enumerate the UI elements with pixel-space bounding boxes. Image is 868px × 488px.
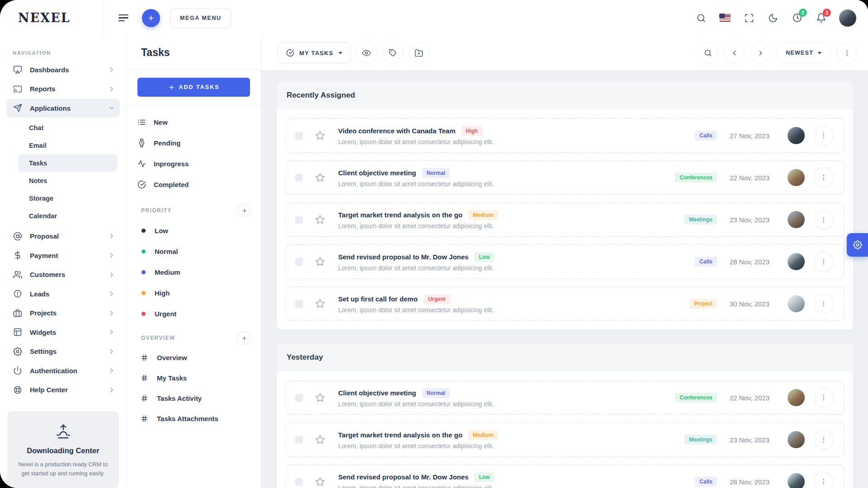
sidebar-item-help-center[interactable]: Help Center: [6, 381, 120, 399]
downloading-center-card[interactable]: Downloading Center Nexel is a production…: [7, 411, 119, 488]
category-badge[interactable]: Meetings: [684, 215, 717, 225]
sidebar-item-projects[interactable]: Projects: [6, 304, 120, 323]
user-avatar[interactable]: [839, 9, 856, 27]
sidebar-item-authentication[interactable]: Authentication: [6, 361, 120, 380]
chevron-right-icon[interactable]: [750, 42, 771, 63]
task-checkbox[interactable]: [295, 478, 303, 486]
star-icon[interactable]: [315, 477, 325, 487]
star-icon[interactable]: [315, 215, 325, 225]
task-kebab-icon[interactable]: [814, 388, 834, 408]
task-title[interactable]: Video conference with Canada Team: [338, 127, 456, 135]
sidebar-item-customers[interactable]: Customers: [6, 266, 120, 284]
task-title[interactable]: Client objective meeting: [338, 169, 416, 177]
task-title[interactable]: Client objective meeting: [338, 389, 416, 397]
sidebar-item-dashboards[interactable]: Dashboards: [6, 61, 120, 79]
priority-medium[interactable]: Medium: [142, 262, 250, 282]
theme-settings-gear-button[interactable]: [847, 233, 868, 257]
sidebar-item-storage[interactable]: Storage: [18, 190, 117, 207]
task-title[interactable]: Target market trend analysis on the go: [338, 431, 462, 439]
priority-high[interactable]: High: [142, 282, 250, 303]
assignee-avatar[interactable]: [788, 389, 805, 406]
sidebar-item-payment[interactable]: Payment: [6, 246, 120, 265]
clock-icon[interactable]: 2: [791, 12, 803, 24]
priority-normal[interactable]: Normal: [142, 241, 250, 262]
search-icon[interactable]: [695, 12, 707, 24]
assignee-avatar[interactable]: [788, 295, 805, 312]
eye-icon[interactable]: [356, 42, 377, 63]
overview-item-tasks-attachments[interactable]: Tasks Attachments: [141, 408, 250, 429]
category-badge[interactable]: Meetings: [684, 435, 717, 445]
sidebar-item-chat[interactable]: Chat: [18, 119, 117, 136]
overview-item-tasks-activity[interactable]: Tasks Activity: [141, 388, 250, 408]
chevron-left-icon[interactable]: [724, 42, 745, 63]
category-badge[interactable]: Project: [689, 299, 717, 309]
assignee-avatar[interactable]: [788, 169, 805, 186]
sidebar-item-widgets[interactable]: Widgets: [6, 323, 120, 342]
filter-completed[interactable]: Completed: [137, 174, 250, 195]
hamburger-menu-icon[interactable]: [118, 11, 132, 25]
star-icon[interactable]: [315, 299, 325, 309]
overview-item-my-tasks[interactable]: My Tasks: [141, 368, 250, 388]
task-title[interactable]: Set up first call for demo: [338, 295, 418, 303]
task-kebab-icon[interactable]: [814, 294, 834, 314]
tasks-scroll-area[interactable]: Recently Assigned Video conference with …: [261, 70, 868, 488]
star-icon[interactable]: [315, 257, 325, 267]
task-kebab-icon[interactable]: [814, 430, 834, 450]
category-badge[interactable]: Calls: [695, 477, 717, 487]
task-checkbox[interactable]: [295, 436, 303, 444]
task-title[interactable]: Send revised proposal to Mr. Dow Jones: [338, 253, 468, 261]
add-priority-button[interactable]: [237, 204, 251, 217]
task-checkbox[interactable]: [295, 132, 303, 140]
folder-plus-icon[interactable]: [409, 42, 429, 63]
task-kebab-icon[interactable]: [814, 210, 834, 230]
sidebar-item-applications[interactable]: Applications: [6, 99, 120, 117]
task-title[interactable]: Target market trend analysis on the go: [338, 211, 462, 219]
task-kebab-icon[interactable]: [814, 252, 834, 272]
star-icon[interactable]: [315, 435, 325, 445]
filter-new[interactable]: New: [137, 112, 250, 132]
sidebar-item-reports[interactable]: Reports: [6, 80, 120, 99]
sort-newest-dropdown[interactable]: NEWEST: [776, 42, 831, 63]
assignee-avatar[interactable]: [788, 431, 805, 448]
sidebar-item-leads[interactable]: Leads: [6, 285, 120, 303]
my-tasks-dropdown[interactable]: MY TASKS: [278, 42, 351, 63]
star-icon[interactable]: [315, 131, 325, 141]
task-checkbox[interactable]: [295, 300, 303, 308]
brand[interactable]: NEXEL: [0, 0, 103, 36]
category-badge[interactable]: Conferences: [675, 393, 717, 403]
language-flag-button[interactable]: [719, 12, 731, 24]
task-kebab-icon[interactable]: [814, 126, 834, 145]
sidebar-item-notes[interactable]: Notes: [18, 172, 117, 189]
priority-low[interactable]: Low: [142, 220, 250, 241]
sidebar-item-email[interactable]: Email: [18, 137, 117, 154]
sidebar-item-calendar[interactable]: Calendar: [18, 207, 117, 225]
task-checkbox[interactable]: [295, 174, 303, 182]
filter-inprogress[interactable]: Inprogress: [137, 153, 250, 174]
sidebar-item-proposal[interactable]: Proposal: [6, 227, 120, 246]
dark-mode-moon-icon[interactable]: [767, 12, 779, 24]
star-icon[interactable]: [315, 173, 325, 183]
task-checkbox[interactable]: [295, 216, 303, 224]
task-title[interactable]: Send revised proposal to Mr. Dow Jones: [338, 473, 468, 481]
overview-item-overview[interactable]: Overview: [141, 347, 250, 368]
assignee-avatar[interactable]: [788, 127, 805, 144]
task-kebab-icon[interactable]: [814, 168, 834, 188]
sidebar-item-tasks[interactable]: Tasks: [18, 155, 117, 172]
category-badge[interactable]: Conferences: [675, 173, 717, 183]
assignee-avatar[interactable]: [788, 473, 805, 488]
task-checkbox[interactable]: [295, 394, 303, 402]
category-badge[interactable]: Calls: [695, 131, 717, 141]
task-checkbox[interactable]: [295, 258, 303, 266]
assignee-avatar[interactable]: [788, 211, 805, 228]
mega-menu-button[interactable]: MEGA MENU: [170, 8, 231, 28]
add-overview-button[interactable]: [237, 331, 251, 345]
search-icon[interactable]: [698, 42, 718, 63]
sidebar-item-settings[interactable]: Settings: [6, 343, 120, 361]
tag-icon[interactable]: [382, 42, 403, 63]
notifications-bell-icon[interactable]: 3: [815, 12, 827, 24]
more-options-kebab-icon[interactable]: [836, 42, 857, 63]
category-badge[interactable]: Calls: [695, 257, 717, 267]
priority-urgent[interactable]: Urgent: [142, 303, 250, 324]
star-icon[interactable]: [315, 393, 325, 403]
add-tasks-button[interactable]: ADD TASKS: [137, 78, 250, 97]
